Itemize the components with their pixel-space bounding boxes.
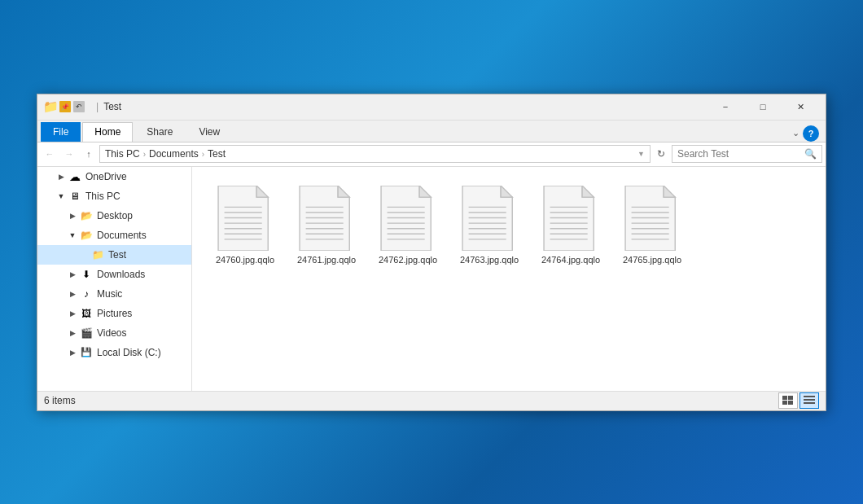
help-button[interactable]: ?: [803, 125, 819, 142]
sidebar-label-music: Music: [97, 288, 122, 300]
file-name-4: 24764.jpg.qqlo: [541, 254, 600, 265]
file-name-3: 24763.jpg.qqlo: [460, 254, 519, 265]
sidebar-item-videos[interactable]: ▶ 🎬 Videos: [37, 323, 191, 343]
sidebar-label-pictures: Pictures: [97, 308, 132, 319]
sidebar-label-documents: Documents: [97, 230, 147, 241]
expand-arrow-localdisk: ▶: [67, 347, 78, 358]
sidebar-item-onedrive[interactable]: ▶ ☁ OneDrive: [37, 167, 191, 186]
svg-rect-60: [804, 402, 815, 404]
sidebar-item-music[interactable]: ▶ ♪ Music: [37, 284, 191, 304]
sidebar-item-test[interactable]: ▶ 📁 Test: [37, 245, 191, 265]
svg-rect-55: [788, 396, 793, 400]
file-item-3[interactable]: 24763.jpg.qqlo: [453, 180, 526, 271]
sidebar-label-thispc: This PC: [85, 191, 120, 202]
sidebar-item-desktop[interactable]: ▶ 📂 Desktop: [37, 206, 191, 226]
thispc-icon: 🖥: [68, 190, 81, 203]
sidebar-label-downloads: Downloads: [97, 269, 145, 280]
search-box[interactable]: 🔍: [672, 145, 822, 163]
svg-rect-57: [788, 401, 793, 405]
expand-arrow-thispc: ▼: [55, 191, 67, 202]
file-icon-4: [542, 186, 599, 251]
svg-rect-54: [782, 396, 787, 400]
svg-marker-46: [664, 186, 675, 197]
localdisk-icon: 💾: [80, 346, 93, 359]
status-bar: 6 items: [37, 391, 826, 410]
title-bar: 📁 📌 ↶ | Test − □ ✕: [37, 94, 826, 121]
file-item-0[interactable]: 24760.jpg.qqlo: [208, 180, 282, 271]
sidebar-item-documents[interactable]: ▼ 📂 Documents: [37, 226, 191, 245]
tab-home[interactable]: Home: [82, 122, 133, 142]
content-area: 24760.jpg.qqlo 24761.jpg.qqlo 24762.jpg.…: [192, 167, 826, 391]
file-icon-3: [461, 186, 518, 251]
expand-arrow-onedrive: ▶: [55, 171, 67, 182]
ribbon-tabs: File Home Share View ⌄ ?: [37, 121, 826, 142]
sidebar-item-thispc[interactable]: ▼ 🖥 This PC: [37, 186, 191, 206]
breadcrumb-test: Test: [208, 148, 226, 160]
forward-button[interactable]: →: [60, 145, 78, 163]
svg-marker-1: [256, 186, 268, 197]
tab-file[interactable]: File: [41, 122, 81, 142]
svg-rect-58: [804, 396, 815, 397]
file-icon-1: [298, 186, 355, 251]
expand-arrow-music: ▶: [67, 288, 78, 300]
tab-view[interactable]: View: [186, 122, 232, 142]
file-item-2[interactable]: 24762.jpg.qqlo: [371, 180, 445, 271]
file-icon-0: [217, 186, 274, 251]
expand-arrow-test: ▶: [78, 249, 90, 261]
sidebar-label-onedrive: OneDrive: [85, 171, 127, 182]
file-item-4[interactable]: 24764.jpg.qqlo: [534, 180, 607, 271]
file-item-5[interactable]: 24765.jpg.qqlo: [615, 180, 689, 271]
expand-arrow-downloads: ▶: [67, 269, 78, 280]
music-icon: ♪: [80, 287, 93, 300]
sidebar-item-localdisk[interactable]: ▶ 💾 Local Disk (C:): [37, 343, 191, 362]
quick-access-pin[interactable]: 📌: [59, 101, 71, 112]
sidebar: ▶ ☁ OneDrive ▼ 🖥 This PC ▶ 📂 Desktop ▼ 📂…: [37, 167, 192, 391]
file-name-1: 24761.jpg.qqlo: [297, 254, 356, 265]
search-icon[interactable]: 🔍: [804, 148, 817, 160]
breadcrumb-documents[interactable]: Documents: [149, 148, 199, 160]
sidebar-item-downloads[interactable]: ▶ ⬇ Downloads: [37, 265, 191, 284]
quick-access-undo[interactable]: ↶: [73, 101, 85, 112]
downloads-icon: ⬇: [80, 268, 93, 281]
window-title: Test: [103, 101, 707, 112]
view-buttons: [778, 392, 819, 409]
refresh-button[interactable]: ↻: [652, 145, 670, 163]
file-explorer-window: 📁 📌 ↶ | Test − □ ✕ File Home Share View …: [37, 94, 826, 411]
svg-rect-59: [804, 399, 815, 401]
ribbon-expander: ⌄ ?: [792, 125, 822, 142]
minimize-button[interactable]: −: [707, 94, 744, 120]
breadcrumb-thispc[interactable]: This PC: [105, 148, 140, 160]
svg-marker-28: [501, 186, 512, 197]
maximize-button[interactable]: □: [744, 94, 782, 120]
sidebar-label-videos: Videos: [97, 327, 126, 339]
test-folder-icon: 📁: [91, 248, 104, 261]
file-icon-2: [379, 186, 436, 251]
view-details-button[interactable]: [799, 392, 819, 409]
view-list-button[interactable]: [778, 392, 798, 409]
svg-marker-10: [338, 186, 349, 197]
item-count: 6 items: [44, 395, 76, 406]
breadcrumb[interactable]: This PC › Documents › Test ▼: [99, 145, 651, 163]
onedrive-icon: ☁: [68, 170, 81, 183]
sidebar-label-localdisk: Local Disk (C:): [97, 347, 161, 358]
back-button[interactable]: ←: [41, 145, 59, 163]
videos-icon: 🎬: [80, 327, 93, 340]
expand-arrow-pictures: ▶: [67, 308, 78, 319]
address-bar: ← → ↑ This PC › Documents › Test ▼ ↻ 🔍: [37, 142, 826, 167]
pictures-icon: 🖼: [80, 307, 93, 320]
search-input[interactable]: [677, 148, 804, 160]
tab-share[interactable]: Share: [134, 122, 185, 142]
sidebar-item-pictures[interactable]: ▶ 🖼 Pictures: [37, 304, 191, 323]
sidebar-label-desktop: Desktop: [97, 210, 133, 221]
folder-icon-title: 📁: [44, 100, 57, 113]
up-button[interactable]: ↑: [80, 145, 98, 163]
expand-arrow-desktop: ▶: [67, 210, 78, 221]
expand-arrow-documents: ▼: [67, 230, 78, 241]
svg-marker-37: [582, 186, 594, 197]
main-area: ▶ ☁ OneDrive ▼ 🖥 This PC ▶ 📂 Desktop ▼ 📂…: [37, 167, 826, 391]
sidebar-label-test: Test: [108, 249, 126, 261]
file-item-1[interactable]: 24761.jpg.qqlo: [290, 180, 363, 271]
desktop-icon: 📂: [80, 209, 93, 222]
close-button[interactable]: ✕: [782, 94, 819, 120]
file-icon-5: [624, 186, 681, 251]
